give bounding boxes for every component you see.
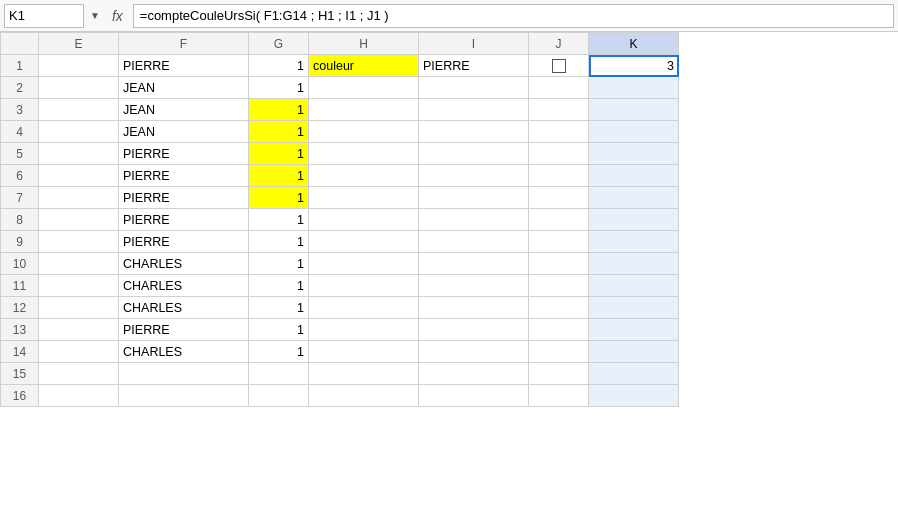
cell-h5[interactable] (309, 143, 419, 165)
cell-g11[interactable]: 1 (249, 275, 309, 297)
table-row[interactable]: 15 (1, 363, 679, 385)
row-header-11[interactable]: 11 (1, 275, 39, 297)
cell-h12[interactable] (309, 297, 419, 319)
cell-k12[interactable] (589, 297, 679, 319)
table-row[interactable]: 14CHARLES1 (1, 341, 679, 363)
table-row[interactable]: 10CHARLES1 (1, 253, 679, 275)
cell-k14[interactable] (589, 341, 679, 363)
cell-f6[interactable]: PIERRE (119, 165, 249, 187)
cell-g2[interactable]: 1 (249, 77, 309, 99)
row-header-3[interactable]: 3 (1, 99, 39, 121)
cell-i6[interactable] (419, 165, 529, 187)
cell-i12[interactable] (419, 297, 529, 319)
cell-k1[interactable]: 3 (589, 55, 679, 77)
cell-g16[interactable] (249, 385, 309, 407)
cell-i3[interactable] (419, 99, 529, 121)
cell-k13[interactable] (589, 319, 679, 341)
table-row[interactable]: 5PIERRE1 (1, 143, 679, 165)
row-header-4[interactable]: 4 (1, 121, 39, 143)
cell-k15[interactable] (589, 363, 679, 385)
cell-j11[interactable] (529, 275, 589, 297)
row-header-6[interactable]: 6 (1, 165, 39, 187)
checkbox-j1[interactable] (533, 59, 584, 73)
cell-j16[interactable] (529, 385, 589, 407)
cell-i13[interactable] (419, 319, 529, 341)
row-header-1[interactable]: 1 (1, 55, 39, 77)
cell-k11[interactable] (589, 275, 679, 297)
cell-k3[interactable] (589, 99, 679, 121)
cell-i1[interactable]: PIERRE (419, 55, 529, 77)
cell-f13[interactable]: PIERRE (119, 319, 249, 341)
cell-g13[interactable]: 1 (249, 319, 309, 341)
table-row[interactable]: 1PIERRE1couleurPIERRE3 (1, 55, 679, 77)
cell-h3[interactable] (309, 99, 419, 121)
cell-e5[interactable] (39, 143, 119, 165)
cell-h14[interactable] (309, 341, 419, 363)
cell-e13[interactable] (39, 319, 119, 341)
col-header-h[interactable]: H (309, 33, 419, 55)
cell-k16[interactable] (589, 385, 679, 407)
cell-k2[interactable] (589, 77, 679, 99)
col-header-k[interactable]: K (589, 33, 679, 55)
cell-h7[interactable] (309, 187, 419, 209)
cell-j4[interactable] (529, 121, 589, 143)
cell-k8[interactable] (589, 209, 679, 231)
cell-f1[interactable]: PIERRE (119, 55, 249, 77)
col-header-f[interactable]: F (119, 33, 249, 55)
cell-f3[interactable]: JEAN (119, 99, 249, 121)
cell-h1[interactable]: couleur (309, 55, 419, 77)
cell-e3[interactable] (39, 99, 119, 121)
cell-k7[interactable] (589, 187, 679, 209)
cell-f9[interactable]: PIERRE (119, 231, 249, 253)
cell-f16[interactable] (119, 385, 249, 407)
cell-f10[interactable]: CHARLES (119, 253, 249, 275)
cell-j3[interactable] (529, 99, 589, 121)
table-row[interactable]: 2JEAN1 (1, 77, 679, 99)
cell-h9[interactable] (309, 231, 419, 253)
cell-h16[interactable] (309, 385, 419, 407)
cell-j6[interactable] (529, 165, 589, 187)
cell-h15[interactable] (309, 363, 419, 385)
cell-h2[interactable] (309, 77, 419, 99)
row-header-7[interactable]: 7 (1, 187, 39, 209)
cell-h11[interactable] (309, 275, 419, 297)
cell-k10[interactable] (589, 253, 679, 275)
cell-g3[interactable]: 1 (249, 99, 309, 121)
cell-j15[interactable] (529, 363, 589, 385)
table-row[interactable]: 6PIERRE1 (1, 165, 679, 187)
cell-i8[interactable] (419, 209, 529, 231)
table-row[interactable]: 11CHARLES1 (1, 275, 679, 297)
table-row[interactable]: 3JEAN1 (1, 99, 679, 121)
cell-k5[interactable] (589, 143, 679, 165)
cell-e4[interactable] (39, 121, 119, 143)
cell-g8[interactable]: 1 (249, 209, 309, 231)
row-header-13[interactable]: 13 (1, 319, 39, 341)
table-row[interactable]: 9PIERRE1 (1, 231, 679, 253)
cell-j1[interactable] (529, 55, 589, 77)
cell-e2[interactable] (39, 77, 119, 99)
cell-f15[interactable] (119, 363, 249, 385)
table-row[interactable]: 12CHARLES1 (1, 297, 679, 319)
col-header-i[interactable]: I (419, 33, 529, 55)
cell-f12[interactable]: CHARLES (119, 297, 249, 319)
cell-ref-dropdown[interactable]: ▼ (88, 10, 102, 21)
cell-j9[interactable] (529, 231, 589, 253)
cell-i2[interactable] (419, 77, 529, 99)
table-row[interactable]: 16 (1, 385, 679, 407)
cell-g9[interactable]: 1 (249, 231, 309, 253)
cell-g6[interactable]: 1 (249, 165, 309, 187)
cell-i11[interactable] (419, 275, 529, 297)
cell-g1[interactable]: 1 (249, 55, 309, 77)
cell-f7[interactable]: PIERRE (119, 187, 249, 209)
cell-j14[interactable] (529, 341, 589, 363)
row-header-14[interactable]: 14 (1, 341, 39, 363)
cell-f2[interactable]: JEAN (119, 77, 249, 99)
cell-g10[interactable]: 1 (249, 253, 309, 275)
cell-f4[interactable]: JEAN (119, 121, 249, 143)
row-header-10[interactable]: 10 (1, 253, 39, 275)
cell-g15[interactable] (249, 363, 309, 385)
cell-j12[interactable] (529, 297, 589, 319)
cell-e11[interactable] (39, 275, 119, 297)
cell-i15[interactable] (419, 363, 529, 385)
col-header-j[interactable]: J (529, 33, 589, 55)
